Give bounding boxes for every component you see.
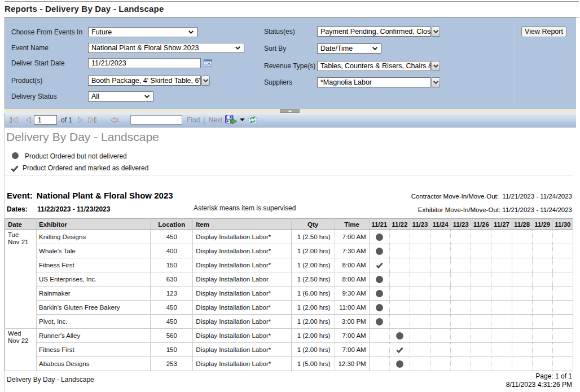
item-cell: Display Installation Labor* — [193, 343, 291, 357]
legend-label-not-delivered: Product Ordered but not delivered — [25, 152, 127, 160]
col-header-item: Item — [193, 219, 291, 230]
day-cell-0 — [369, 315, 389, 329]
qty-cell: 1 (5.00 hrs) — [291, 357, 335, 371]
day-cell-5 — [471, 244, 491, 258]
combo-dropdown-button[interactable] — [432, 61, 440, 71]
day-cell-3 — [430, 315, 451, 329]
legend-check-icon — [11, 164, 19, 174]
day-cell-6 — [491, 343, 512, 357]
next-link[interactable]: Next — [208, 116, 222, 124]
find-text-input[interactable] — [130, 113, 182, 127]
param-combo-input[interactable]: *Magnolia Labor — [317, 77, 431, 87]
location-cell: 400 — [151, 244, 193, 258]
day-cell-5 — [471, 329, 491, 343]
exhibitor-cell: Pivot, Inc. — [37, 315, 151, 329]
qty-cell: 1 (2.50 hrs) — [291, 272, 335, 287]
day-cell-2 — [410, 343, 430, 357]
day-cell-6 — [491, 258, 512, 272]
param-combo-input[interactable]: Payment Pending, Confirmed, Closed — [317, 27, 431, 37]
item-cell: Display Installation Labor* — [193, 315, 291, 329]
day-cell-4 — [451, 343, 471, 357]
day-cell-6 — [491, 357, 512, 371]
day-cell-0 — [369, 329, 389, 343]
day-cell-0 — [369, 287, 389, 301]
next-page-icon[interactable] — [77, 113, 84, 127]
day-cell-2 — [410, 329, 430, 343]
param-combo-input[interactable]: Booth Package, 4' Skirted Table, 6' S — [88, 76, 201, 86]
time-cell: 3:00 PM — [335, 315, 369, 329]
group-date-day: Tue — [8, 231, 35, 239]
day-cell-0 — [369, 258, 389, 272]
exhibitor-cell: US Enterprises, Inc. — [37, 272, 151, 287]
day-cell-4 — [451, 315, 471, 329]
combo-dropdown-button[interactable] — [432, 27, 440, 37]
delivery-dot-icon — [376, 318, 383, 325]
day-cell-8 — [532, 329, 552, 343]
item-cell: Display Installation Labor* — [193, 301, 291, 315]
day-cell-6 — [491, 329, 512, 343]
page-number-input[interactable]: 1 — [34, 113, 57, 127]
previous-page-icon[interactable] — [25, 113, 32, 127]
delivery-dot-icon — [396, 360, 403, 368]
back-to-parent-icon[interactable] — [111, 113, 118, 127]
param-label: Suppliers — [264, 78, 292, 86]
day-cell-5 — [471, 357, 491, 371]
time-cell: 11:00 AM — [335, 301, 369, 315]
day-cell-8 — [532, 343, 552, 357]
qty-cell: 1 (2.00 hrs) — [291, 315, 335, 329]
param-combo-input[interactable]: Tables, Counters & Risers, Chairs & — [317, 61, 431, 71]
delivered-check-icon — [390, 347, 410, 353]
param-select[interactable]: Future — [88, 27, 197, 37]
param-select[interactable]: National Plant & Floral Show 2023 — [88, 43, 244, 53]
day-cell-2 — [410, 301, 430, 315]
day-cell-5 — [471, 287, 491, 301]
param-select[interactable]: Date/Time — [317, 43, 381, 54]
param-label: Event Name — [11, 44, 49, 52]
delivery-dot-icon — [376, 304, 383, 311]
splitter-collapse-handle[interactable] — [280, 109, 300, 113]
day-cell-2 — [410, 357, 430, 371]
day-cell-0 — [369, 244, 389, 258]
item-cell: Display Installation Labor* — [193, 329, 291, 343]
first-page-icon[interactable] — [10, 113, 18, 127]
param-date-input[interactable]: 11/21/2023 — [88, 58, 201, 68]
combo-dropdown-button[interactable] — [432, 77, 440, 87]
day-cell-5 — [471, 301, 491, 315]
footer-timestamp: 8/11/2023 4:31:26 PM — [506, 381, 572, 389]
export-menu-caret-icon[interactable] — [240, 113, 245, 127]
table-row: Ababcus Designs253Display Installation L… — [5, 357, 573, 371]
calendar-icon[interactable] — [203, 59, 212, 68]
day-cell-7 — [512, 230, 532, 244]
param-label: Sort By — [264, 45, 286, 52]
report-toolbar: 1 of 1 Find | Next — [5, 113, 576, 127]
day-cell-3 — [430, 301, 451, 315]
param-row-left-2: Deliver Start Date — [11, 58, 65, 68]
day-cell-7 — [512, 329, 532, 343]
day-cell-3 — [430, 287, 451, 301]
param-row-right-0: Status(es) — [264, 27, 295, 37]
day-cell-9 — [552, 343, 573, 357]
col-header-day-7: 11/28 — [512, 219, 532, 230]
day-cell-7 — [512, 287, 532, 301]
day-cell-2 — [410, 287, 430, 301]
location-cell: 253 — [151, 357, 193, 371]
group-date-day: Wed — [8, 330, 35, 337]
day-cell-1 — [389, 301, 410, 315]
param-select[interactable]: All — [88, 91, 153, 102]
combo-dropdown-button[interactable] — [201, 76, 210, 86]
param-select-value: Future — [89, 28, 187, 36]
col-header-date: Date — [5, 219, 37, 230]
day-cell-6 — [491, 287, 512, 301]
param-label: Choose From Events In — [11, 28, 82, 36]
day-cell-7 — [512, 244, 532, 258]
export-save-icon[interactable] — [225, 113, 238, 127]
exhibitor-cell: Knitting Designs — [37, 230, 151, 244]
param-row-left-3: Product(s) — [11, 76, 42, 86]
table-row: US Enterprises, Inc.630Display Installat… — [5, 272, 573, 287]
view-report-button[interactable]: View Report — [521, 27, 566, 37]
location-cell: 150 — [151, 258, 193, 272]
day-cell-9 — [552, 329, 573, 343]
find-link[interactable]: Find — [187, 116, 200, 124]
refresh-icon[interactable] — [248, 113, 257, 127]
last-page-icon[interactable] — [88, 113, 96, 127]
